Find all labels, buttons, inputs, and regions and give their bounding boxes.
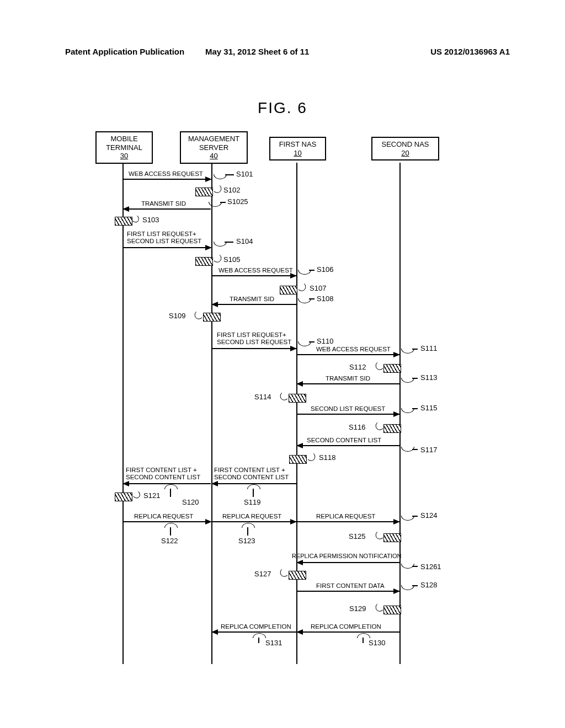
curve-icon — [247, 484, 260, 489]
leader-line — [412, 585, 418, 586]
msg-s120: FIRST CONTENT LIST + SECOND CONTENT LIST — [126, 467, 200, 480]
arrow-s101 — [124, 179, 211, 180]
arrowhead-icon — [122, 481, 129, 486]
arrowhead-icon — [296, 629, 303, 635]
curve-icon — [307, 453, 317, 463]
hatch-icon — [195, 257, 213, 266]
step-s124: S124 — [420, 511, 437, 520]
actor-id: 40 — [188, 152, 240, 160]
curve-icon — [298, 283, 308, 293]
hatch-icon — [289, 455, 307, 464]
hatch-icon — [289, 571, 306, 580]
step-s114: S114 — [254, 393, 271, 401]
leader-line — [412, 566, 418, 567]
actor-first-nas: FIRST NAS 10 — [269, 137, 326, 160]
msg-s108: TRANSMIT SID — [230, 296, 274, 302]
arrow-s106 — [212, 275, 296, 276]
actor-mobile-terminal: MOBILE TERMINAL 30 — [95, 131, 153, 164]
leader-line — [225, 174, 234, 175]
arrow-s108 — [212, 304, 296, 305]
curve-icon — [164, 523, 178, 528]
hatch-icon — [383, 364, 401, 373]
leader-line — [247, 527, 248, 536]
step-s125: S125 — [349, 532, 365, 540]
leader-line — [412, 516, 418, 517]
arrowhead-icon — [211, 302, 218, 307]
leader-line — [412, 449, 418, 450]
arrow-s110 — [212, 348, 296, 349]
hatch-icon — [383, 533, 401, 542]
msg-s115: SECOND LIST REQUEST — [311, 405, 385, 412]
actor-management-server: MANAGEMENT SERVER 40 — [180, 131, 248, 164]
hatch-icon — [195, 188, 213, 196]
actor-label: SECOND NAS — [379, 140, 431, 149]
curve-icon — [357, 633, 370, 638]
curve-icon — [193, 312, 202, 322]
step-s115: S115 — [420, 404, 437, 412]
leader-line — [220, 202, 226, 203]
step-s129: S129 — [349, 604, 366, 613]
curve-icon — [133, 491, 142, 500]
msg-s113: TRANSMIT SID — [326, 375, 370, 382]
curve-icon — [164, 484, 178, 489]
actor-id: 30 — [103, 152, 145, 160]
step-s118: S118 — [319, 453, 335, 462]
curve-icon — [132, 215, 141, 224]
leader-line — [258, 638, 259, 643]
step-s102: S102 — [223, 186, 240, 194]
step-s123: S123 — [238, 537, 255, 545]
msg-s131: REPLICA COMPLETION — [221, 623, 291, 630]
actor-label: FIRST NAS — [277, 140, 318, 149]
leader-line — [170, 489, 171, 497]
hatch-icon — [203, 313, 221, 322]
leader-line — [363, 638, 364, 643]
arrow-s124 — [297, 521, 399, 522]
msg-s111: WEB ACCESS REQUEST — [316, 346, 391, 352]
step-s101: S101 — [236, 170, 253, 178]
arrowhead-icon — [205, 176, 212, 182]
arrowhead-icon — [122, 206, 129, 212]
curve-icon — [374, 362, 383, 372]
step-s119: S119 — [244, 498, 260, 506]
step-s130: S130 — [369, 639, 385, 647]
arrowhead-icon — [393, 411, 400, 417]
actor-label: MANAGEMENT SERVER — [188, 135, 240, 152]
arrow-s104 — [124, 247, 211, 248]
step-s110: S110 — [317, 337, 333, 345]
msg-s101: WEB ACCESS REQUEST — [129, 170, 203, 177]
arrow-s117 — [297, 445, 399, 446]
step-s105: S105 — [223, 255, 240, 264]
arrowhead-icon — [290, 273, 297, 279]
arrow-s131 — [212, 631, 296, 633]
arrow-s1261 — [297, 562, 399, 563]
step-s1261: S1261 — [420, 563, 441, 571]
sequence-diagram: MOBILE TERMINAL 30 MANAGEMENT SERVER 40 … — [98, 131, 462, 664]
msg-s124: REPLICA REQUEST — [316, 513, 375, 520]
step-s113: S113 — [420, 373, 437, 382]
arrow-s115 — [297, 414, 399, 415]
hatch-icon — [383, 424, 401, 433]
arrowhead-icon — [296, 560, 303, 565]
lifeline-mobile — [122, 163, 124, 664]
msg-s104: FIRST LIST REQUEST+ SECOND LIST REQUEST — [127, 231, 201, 244]
hatch-icon — [280, 286, 297, 295]
msg-s128: FIRST CONTENT DATA — [316, 582, 385, 589]
curve-icon — [374, 604, 383, 614]
leader-line — [309, 341, 315, 342]
leader-line — [225, 242, 233, 243]
arrow-s111 — [297, 354, 399, 355]
step-s131: S131 — [265, 639, 282, 647]
curve-icon — [253, 633, 266, 638]
step-s120: S120 — [182, 498, 199, 506]
curve-icon — [214, 255, 223, 265]
arrowhead-icon — [211, 629, 218, 635]
step-s116: S116 — [349, 423, 365, 431]
curve-icon — [242, 523, 255, 528]
step-s106: S106 — [317, 265, 333, 274]
arrow-s1025 — [124, 208, 211, 210]
header-center: May 31, 2012 Sheet 6 of 11 — [205, 47, 309, 56]
arrowhead-icon — [211, 481, 218, 486]
step-s122: S122 — [161, 537, 178, 545]
curve-icon — [278, 393, 288, 403]
msg-s1025: TRANSMIT SID — [141, 200, 186, 207]
